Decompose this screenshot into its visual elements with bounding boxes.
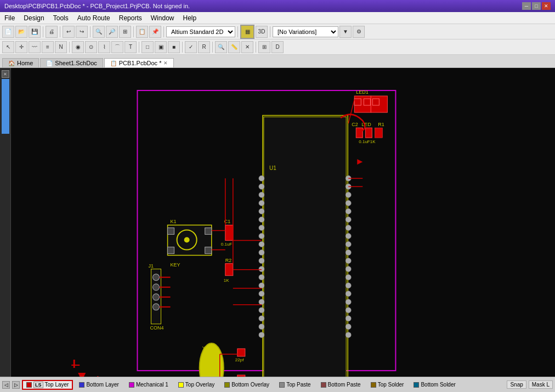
panel-tab[interactable] — [2, 79, 9, 134]
tb2-via[interactable]: ⊙ — [85, 41, 97, 53]
bottom-paste-label: Bottom Paste — [328, 382, 361, 388]
svg-rect-65 — [168, 247, 174, 254]
menu-autoroute[interactable]: Auto Route — [73, 12, 115, 24]
top-overlay-label: Top Overlay — [185, 382, 214, 388]
layer-tab-bottom-overlay[interactable]: Bottom Overlay — [220, 380, 273, 389]
layer-tab-top-overlay[interactable]: Top Overlay — [174, 380, 218, 389]
title-bar: Desktop\PCB\PCB1.PcbDoc * - PCB_Project1… — [0, 0, 555, 12]
tb-3d[interactable]: 3D — [256, 26, 268, 38]
svg-rect-71 — [225, 264, 233, 276]
tb2-select[interactable]: ↖ — [2, 41, 14, 53]
layer-tab-top-paste[interactable]: Top Paste — [275, 380, 314, 389]
tb-zoom-out[interactable]: 🔎 — [106, 26, 118, 38]
tb2-track[interactable]: ⌇ — [98, 41, 110, 53]
tb2-wire[interactable]: 〰 — [29, 41, 41, 53]
tb-copy[interactable]: 📋 — [136, 26, 148, 38]
tb-paste[interactable]: 📌 — [149, 26, 161, 38]
close-button[interactable]: ✕ — [542, 2, 551, 10]
svg-point-11 — [259, 225, 264, 231]
tb-new[interactable]: 📄 — [2, 26, 14, 38]
tb2-cross[interactable]: ✕ — [241, 41, 253, 53]
layer-scroll-right[interactable]: ▷ — [12, 381, 20, 389]
tb2-fill[interactable]: ■ — [168, 41, 180, 53]
tab-schematic[interactable]: 📄 Sheet1.SchDoc — [40, 58, 103, 67]
tb-zoom-fit[interactable]: ⊞ — [119, 26, 131, 38]
tb2-rules[interactable]: R — [198, 41, 210, 53]
menu-window[interactable]: Window — [146, 12, 179, 24]
bottom-paste-swatch — [321, 382, 326, 388]
tb-zoom-in[interactable]: 🔍 — [93, 26, 105, 38]
svg-text:LED1: LED1 — [356, 89, 369, 95]
tab-home[interactable]: 🏠 Home — [2, 58, 39, 67]
svg-point-12 — [259, 234, 264, 239]
menu-tools[interactable]: Tools — [49, 12, 73, 24]
view-selector[interactable]: Altium Standard 2D — [166, 26, 235, 37]
svg-point-13 — [259, 242, 264, 247]
svg-text:0.1uF: 0.1uF — [221, 242, 233, 247]
tb2-inspect[interactable]: 🔍 — [215, 41, 227, 53]
workspace: ✕ STC89C52RC — [0, 68, 555, 377]
maximize-button[interactable]: □ — [532, 2, 541, 10]
tabs-bar: 🏠 Home 📄 Sheet1.SchDoc 📋 PCB1.PcbDoc * ✕ — [0, 55, 555, 68]
layer-scroll-left[interactable]: ◁ — [2, 381, 10, 389]
svg-text:U1: U1 — [269, 165, 276, 171]
svg-point-5 — [259, 175, 264, 181]
tb2-comp[interactable]: □ — [141, 41, 154, 53]
svg-point-20 — [259, 299, 264, 305]
layer-tab-bottom[interactable]: Bottom Layer — [75, 380, 122, 389]
menu-design[interactable]: Design — [19, 12, 48, 24]
layer-tab-bottom-solder[interactable]: Bottom Solder — [410, 380, 459, 389]
menu-file[interactable]: File — [0, 12, 19, 24]
variations-selector[interactable]: [No Variations] — [273, 26, 338, 37]
svg-point-79 — [153, 304, 160, 310]
tab-pcb-close[interactable]: ✕ — [163, 60, 168, 66]
layer-tab-mech1[interactable]: Mechanical 1 — [125, 380, 172, 389]
bottom-layer-swatch — [79, 382, 84, 388]
sep8 — [69, 42, 70, 53]
tb2-bus[interactable]: ≡ — [42, 41, 54, 53]
home-icon: 🏠 — [8, 60, 15, 66]
tb2-text[interactable]: T — [124, 41, 137, 53]
menu-bar: File Design Tools Auto Route Reports Win… — [0, 12, 555, 24]
tb-highlight[interactable]: ▦ — [240, 25, 254, 39]
tb2-move[interactable]: ✛ — [15, 41, 27, 53]
tb2-pad[interactable]: ◉ — [72, 41, 84, 53]
tb2-net[interactable]: N — [55, 41, 67, 53]
minimize-button[interactable]: ─ — [522, 2, 531, 10]
tb2-arc[interactable]: ⌒ — [111, 41, 123, 53]
menu-reports[interactable]: Reports — [115, 12, 146, 24]
svg-rect-51 — [372, 99, 379, 105]
snap-button[interactable]: Snap — [507, 380, 526, 389]
tb2-drc[interactable]: ✓ — [185, 41, 197, 53]
svg-point-24 — [259, 332, 264, 338]
tb2-measure[interactable]: 📏 — [228, 41, 240, 53]
tb2-design[interactable]: D — [271, 41, 284, 53]
tb-print[interactable]: 🖨 — [46, 26, 58, 38]
layer-tab-top[interactable]: LS Top Layer — [22, 380, 73, 390]
menu-help[interactable]: Help — [178, 12, 201, 24]
svg-point-44 — [346, 332, 351, 338]
sep5 — [163, 26, 164, 37]
svg-point-15 — [259, 258, 264, 264]
lp-btn1[interactable]: ✕ — [2, 70, 9, 78]
layer-tab-top-solder[interactable]: Top Solder — [367, 380, 408, 389]
layer-tab-bottom-paste[interactable]: Bottom Paste — [317, 380, 365, 389]
sep12 — [256, 42, 256, 53]
tab-home-label: Home — [17, 60, 33, 66]
tb-more1[interactable]: ⚙ — [353, 26, 365, 38]
tb-save[interactable]: 💾 — [29, 26, 41, 38]
bottom-solder-swatch — [414, 382, 419, 388]
tb-redo[interactable]: ↪ — [76, 26, 88, 38]
top-layer-ls-indicator: LS — [33, 382, 43, 388]
tb2-region[interactable]: ▣ — [155, 41, 167, 53]
tab-pcb[interactable]: 📋 PCB1.PcbDoc * ✕ — [104, 58, 174, 67]
mask-button[interactable]: Mask L — [529, 380, 553, 389]
svg-rect-64 — [205, 228, 212, 235]
tb-undo[interactable]: ↩ — [63, 26, 75, 38]
tb2-layers[interactable]: ⊞ — [258, 41, 270, 53]
svg-text:R1: R1 — [378, 122, 384, 127]
canvas-area[interactable]: STC89C52RC — [11, 68, 555, 377]
tb-var-btn[interactable]: ▼ — [339, 26, 352, 38]
tb-open[interactable]: 📂 — [15, 26, 27, 38]
bottom-overlay-swatch — [224, 382, 230, 388]
